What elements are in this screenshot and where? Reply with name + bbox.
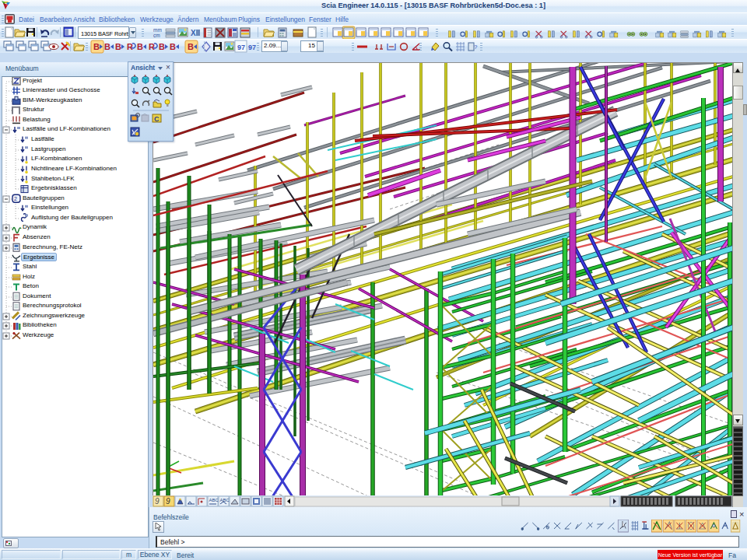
svg-text:ABC: ABC bbox=[220, 498, 230, 502]
svg-text:2: 2 bbox=[14, 196, 17, 201]
svg-text:C: C bbox=[154, 115, 160, 123]
svg-text:ABC: ABC bbox=[209, 498, 219, 502]
svg-text:9: 9 bbox=[155, 497, 160, 506]
svg-text:9: 9 bbox=[166, 497, 170, 506]
